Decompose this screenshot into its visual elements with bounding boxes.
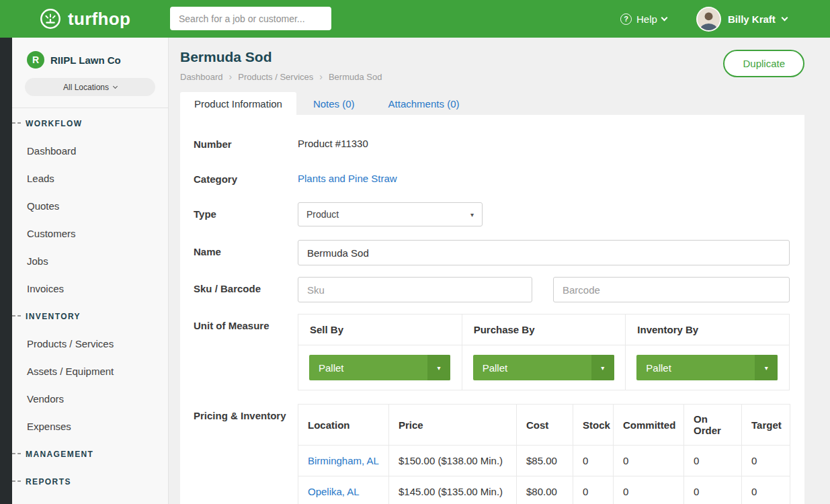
duplicate-button[interactable]: Duplicate — [723, 50, 804, 77]
user-menu[interactable]: Billy Kraft — [696, 0, 787, 38]
global-search — [170, 7, 331, 30]
sidebar-item-assets-equipment[interactable]: Assets / Equipment — [12, 358, 168, 385]
purchase-by-value: Pallet — [473, 355, 591, 380]
price-cell: $150.00 ($138.00 Min.) — [389, 446, 517, 476]
product-number-value: Product #11330 — [298, 132, 368, 149]
pricing-inventory-table: Location Price Cost Stock Committed On O… — [298, 404, 790, 504]
breadcrumb-products-services[interactable]: Products / Services — [238, 72, 313, 82]
chevron-down-icon — [781, 14, 788, 21]
stock-cell: 0 — [573, 446, 614, 476]
sidebar-item-customers[interactable]: Customers — [12, 220, 168, 247]
tab-attachments[interactable]: Attachments (0) — [372, 92, 476, 115]
barcode-input[interactable] — [553, 277, 790, 302]
company-name: RIIPL Lawn Co — [50, 54, 121, 66]
chevron-down-icon — [113, 84, 118, 89]
user-name: Billy Kraft — [728, 13, 776, 25]
chevron-down-icon — [661, 14, 667, 21]
purchase-by-select[interactable]: Pallet ▾ — [473, 355, 614, 380]
nav-section-label: MANAGEMENT — [26, 450, 93, 459]
breadcrumb-separator-icon: › — [319, 71, 323, 82]
brand-name: turfhop — [68, 9, 130, 30]
dashes-icon — [12, 453, 21, 454]
search-input[interactable] — [170, 7, 331, 30]
dashes-icon — [12, 480, 21, 482]
type-select-value: Product — [306, 209, 339, 220]
locations-dropdown[interactable]: All Locations — [25, 78, 155, 96]
name-label: Name — [194, 240, 298, 265]
pricing-col-location: Location — [298, 405, 389, 446]
caret-down-icon: ▾ — [470, 211, 474, 218]
brand-logo[interactable]: turfhop — [39, 0, 130, 38]
help-menu[interactable]: ? Help — [620, 0, 667, 38]
location-link-opelika[interactable]: Opelika, AL — [308, 486, 360, 497]
dashes-icon — [12, 315, 21, 317]
pricing-col-cost: Cost — [517, 405, 573, 446]
type-label: Type — [194, 202, 298, 226]
breadcrumb-current: Bermuda Sod — [329, 72, 382, 82]
caret-down-icon: ▾ — [591, 355, 614, 380]
price-cell: $145.00 ($135.00 Min.) — [389, 476, 517, 504]
pricing-col-stock: Stock — [573, 405, 614, 446]
inventory-by-select[interactable]: Pallet ▾ — [636, 355, 778, 380]
sku-input[interactable] — [298, 277, 532, 302]
number-label: Number — [194, 132, 298, 151]
pricing-col-on-order: On Order — [684, 405, 742, 446]
nav-section-workflow: WORKFLOW — [12, 110, 168, 137]
nav-section-label: REPORTS — [26, 477, 71, 487]
name-input[interactable] — [298, 240, 790, 265]
tab-bar: Product Information Notes (0) Attachment… — [169, 92, 830, 115]
category-link[interactable]: Plants and Pine Straw — [298, 167, 397, 184]
sidebar-item-expenses[interactable]: Expenses — [12, 413, 168, 440]
pricing-col-target: Target — [742, 405, 790, 446]
sidebar-item-quotes[interactable]: Quotes — [12, 192, 168, 220]
sidebar-item-dashboard[interactable]: Dashboard — [12, 137, 168, 165]
sidebar-item-leads[interactable]: Leads — [12, 165, 168, 192]
cost-cell: $80.00 — [517, 476, 573, 504]
uom-col-purchase-by: Purchase By — [462, 314, 626, 345]
caret-down-icon: ▾ — [427, 355, 450, 380]
sidebar-nav: WORKFLOW Dashboard Leads Quotes Customer… — [12, 110, 168, 495]
tab-product-information[interactable]: Product Information — [180, 92, 296, 115]
pricing-col-committed: Committed — [614, 405, 684, 446]
product-information-panel: Number Product #11330 Category Plants an… — [180, 115, 804, 504]
category-label: Category — [194, 167, 298, 186]
on-order-cell: 0 — [684, 476, 742, 504]
breadcrumb: Dashboard › Products / Services › Bermud… — [180, 71, 804, 82]
cost-cell: $85.00 — [517, 446, 573, 476]
committed-cell: 0 — [614, 476, 684, 504]
uom-col-inventory-by: Inventory By — [626, 314, 790, 345]
pricing-col-price: Price — [389, 405, 517, 446]
divider — [12, 108, 168, 108]
target-cell: 0 — [742, 446, 790, 476]
type-select[interactable]: Product ▾ — [298, 202, 483, 226]
nav-section-inventory: INVENTORY — [12, 302, 168, 330]
main-content: Bermuda Sod Dashboard › Products / Servi… — [169, 38, 830, 504]
breadcrumb-dashboard[interactable]: Dashboard — [180, 72, 223, 82]
pricing-inventory-label: Pricing & Inventory — [194, 404, 298, 504]
page-title: Bermuda Sod — [180, 49, 804, 65]
unit-of-measure-table: Sell By Purchase By Inventory By Pallet … — [298, 314, 790, 390]
tab-notes[interactable]: Notes (0) — [296, 92, 372, 115]
sidebar-item-vendors[interactable]: Vendors — [12, 385, 168, 413]
caret-down-icon: ▾ — [755, 355, 778, 380]
sell-by-select[interactable]: Pallet ▾ — [309, 355, 450, 380]
top-header: turfhop ? Help Billy Kraft — [0, 0, 830, 38]
sell-by-value: Pallet — [309, 355, 427, 380]
table-row: Opelika, AL $145.00 ($135.00 Min.) $80.0… — [298, 476, 790, 504]
company-badge-icon: R — [27, 51, 44, 69]
on-order-cell: 0 — [684, 446, 742, 476]
help-icon: ? — [620, 13, 632, 25]
sku-barcode-label: Sku / Barcode — [194, 277, 298, 302]
turfhop-logo-icon — [39, 7, 62, 30]
company-selector[interactable]: R RIIPL Lawn Co — [12, 38, 168, 69]
sidebar-item-products-services[interactable]: Products / Services — [12, 330, 168, 358]
sidebar-item-invoices[interactable]: Invoices — [12, 275, 168, 302]
nav-section-label: INVENTORY — [26, 312, 81, 321]
nav-section-reports[interactable]: REPORTS — [12, 468, 168, 495]
uom-col-sell-by: Sell By — [298, 314, 462, 345]
nav-section-management[interactable]: MANAGEMENT — [12, 440, 168, 468]
committed-cell: 0 — [614, 446, 684, 476]
sidebar-item-jobs[interactable]: Jobs — [12, 247, 168, 275]
location-link-birmingham[interactable]: Birmingham, AL — [308, 455, 379, 466]
stock-cell: 0 — [573, 476, 614, 504]
